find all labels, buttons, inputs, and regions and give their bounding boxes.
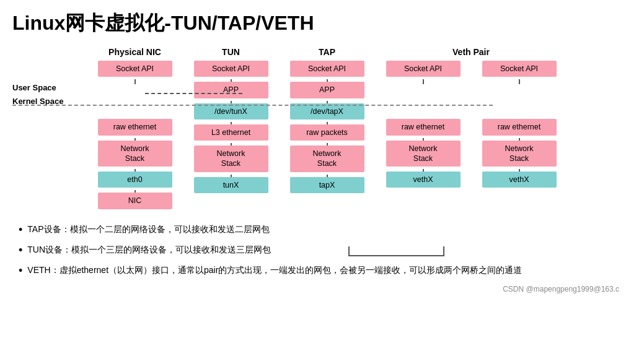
bullet-list: • TAP设备：模拟一个二层的网络设备，可以接收和发送二层网包 • TUN设备：… [12,223,632,279]
box-physical-network-stack: NetworkStack [98,141,172,167]
box-physical-socket-api: Socket API [98,61,172,77]
bullet-text-tap: TAP设备：模拟一个二层的网络设备，可以接收和发送二层网包 [27,223,632,236]
bullet-text-tun: TUN设备：模拟一个三层的网络设备，可以接收和发送三层网包 [27,243,632,256]
tun-tap-connector [145,93,242,94]
box-tap-socket-api: Socket API [290,61,364,77]
bullet-item-tun: • TUN设备：模拟一个三层的网络设备，可以接收和发送三层网包 [19,243,632,258]
diagram-area: Physical NIC TUN TAP Veth Pair User Spac… [12,47,632,212]
column-veth1: Socket API raw ethernet NetworkStack vet… [375,61,471,212]
col-header-tap: TAP [319,47,335,57]
box-tun-app: APP [194,82,268,98]
box-tun-network-stack: NetworkStack [194,145,268,172]
col-header-physical: Physical NIC [108,47,161,57]
box-physical-nic: NIC [98,193,172,209]
bullet-dot-1: • [19,223,22,237]
box-physical-eth0: eth0 [98,171,172,188]
bullet-item-veth: • VETH：虚拟ethernet（以太网）接口，通常以pair的方式出现，一端… [19,264,632,278]
vline [135,79,136,84]
box-veth2-vethx: vethX [482,171,557,188]
col-header-tun: TUN [222,47,240,57]
box-tap-raw-packets: raw packets [290,124,364,141]
column-tap: Socket API APP /dev/tapX raw packets Net… [279,61,375,212]
box-tap-app: APP [290,82,364,98]
box-tap-network-stack: NetworkStack [290,145,364,172]
bullet-text-veth: VETH：虚拟ethernet（以太网）接口，通常以pair的方式出现，一端发出… [27,264,632,277]
box-tun-tunx: tunX [194,177,268,193]
box-veth2-network-stack: NetworkStack [482,141,557,167]
box-tun-socket-api: Socket API [194,61,268,77]
veth-bottom-connector [348,246,444,256]
box-veth1-network-stack: NetworkStack [386,141,461,167]
box-veth1-vethx: vethX [386,171,461,188]
box-tap-tapx: tapX [290,177,364,193]
column-tun: Socket API APP /dev/tunX L3 ethernet Net… [183,61,279,212]
box-veth2-raw-ethernet: raw ethernet [482,119,557,135]
column-veth2: Socket API raw ethernet NetworkStack vet… [471,61,567,212]
box-veth2-socket-api: Socket API [482,61,557,77]
user-space-label: User Space [12,83,56,92]
bullet-dot-3: • [19,264,22,278]
bullet-dot-2: • [19,243,22,258]
csdn-note: CSDN @mapengpeng1999@163.c [12,285,632,293]
box-tun-l3ethernet: L3 ethernet [194,124,268,141]
col-header-veth: Veth Pair [452,47,490,57]
box-physical-raw-ethernet: raw ethernet [98,119,172,135]
bullet-item-tap: • TAP设备：模拟一个二层的网络设备，可以接收和发送二层网包 [19,223,632,237]
page-title: Linux网卡虚拟化-TUN/TAP/VETH [12,10,632,37]
box-veth1-raw-ethernet: raw ethernet [386,119,461,135]
column-physical: Socket API raw ethernet NetworkStack eth… [87,61,183,212]
user-kernel-boundary-line [12,105,493,106]
box-veth1-socket-api: Socket API [386,61,461,77]
